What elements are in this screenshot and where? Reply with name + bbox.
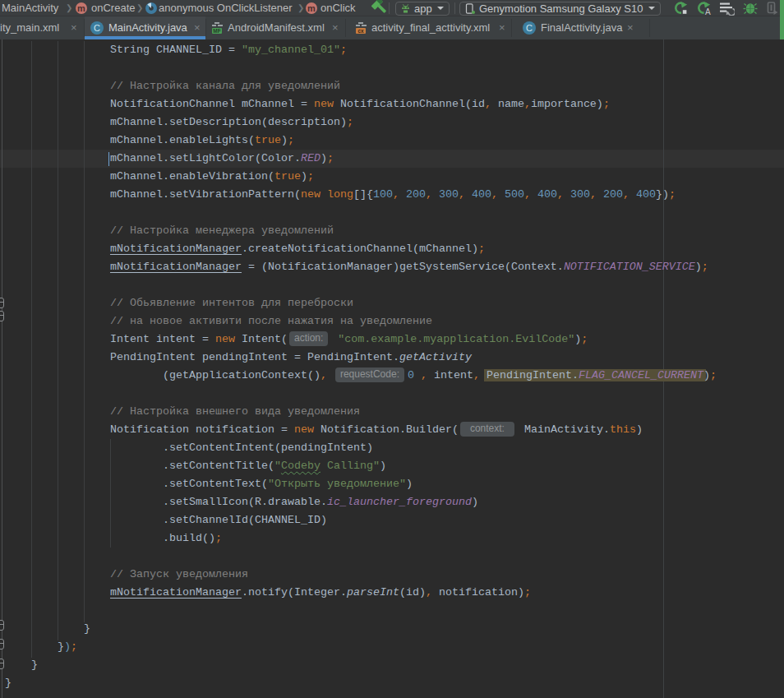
svg-text:cx: cx [357, 28, 364, 34]
svg-text:MF: MF [213, 28, 220, 34]
svg-text:A: A [705, 7, 711, 16]
